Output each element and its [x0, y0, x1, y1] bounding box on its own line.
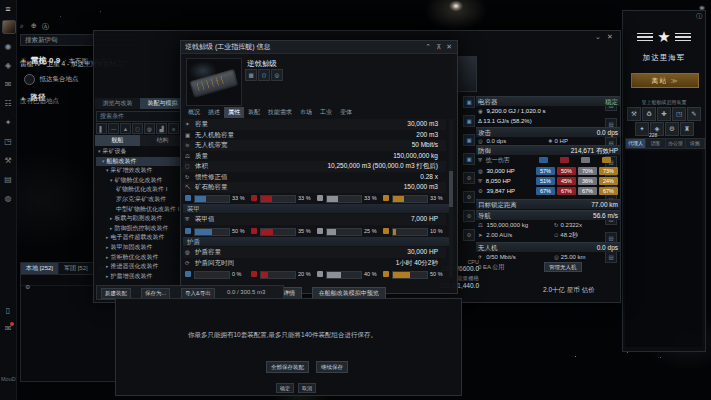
navigation-section-header[interactable]: 导航56.6 m/s — [476, 210, 620, 220]
subtab-structures[interactable]: 结构 — [140, 135, 185, 146]
module-slot-icon[interactable]: ⚙ — [463, 172, 475, 184]
filter-rig-icon[interactable]: ◻ — [132, 123, 143, 134]
chat-tab-local[interactable]: 本地 [252] — [21, 263, 59, 274]
collapse-icon[interactable]: ⌃ — [425, 41, 431, 53]
tree-item[interactable]: 罗尔克'采矿'改装件 — [96, 195, 186, 205]
filter-subsystem-icon[interactable]: ◍ — [144, 123, 155, 134]
tree-item[interactable]: ▾采矿设备 — [96, 147, 186, 157]
social-icon[interactable]: ☷ — [0, 99, 16, 109]
inventory-icon[interactable]: ▤ — [0, 175, 16, 185]
character-portrait[interactable] — [2, 20, 16, 34]
notifications-icon[interactable]: ✉ — [0, 324, 16, 334]
map-icon[interactable]: ◍ — [0, 194, 16, 204]
tab-simulate-fittings[interactable]: 装配与模拟 — [140, 98, 185, 109]
module-slot-icon[interactable]: ⚙ — [463, 210, 475, 222]
info-scrollbar[interactable] — [449, 119, 453, 277]
damage-profile-row[interactable]: ⛨ 统一伤害 — [478, 156, 616, 165]
defense-section-header[interactable]: 防御214,671 有效HP — [476, 145, 620, 155]
filter-lowslot-icon[interactable]: ▲ — [120, 123, 131, 134]
tab-requirements[interactable]: 技能需求 — [264, 107, 296, 118]
tree-item[interactable]: ▾采矿增效改装件 — [96, 166, 186, 176]
filter-highslot-icon[interactable]: ▌ — [96, 123, 107, 134]
capacitor-section-header[interactable]: 电容器稳定 — [476, 96, 620, 106]
filter-charges-icon[interactable]: ▟ — [156, 123, 167, 134]
tab-guests[interactable]: 访客 — [645, 138, 666, 149]
module-slot-icon[interactable]: ▣ — [463, 115, 475, 127]
preview-icon[interactable]: ▦ — [245, 69, 257, 81]
reprocessing-icon[interactable]: ♻ — [642, 107, 656, 121]
module-search-input[interactable]: 搜索条件 — [96, 111, 187, 122]
tree-item[interactable]: ▸防御损伤控制改装件 — [96, 224, 186, 234]
search-icon[interactable]: ⌕ — [20, 22, 24, 30]
tree-item[interactable]: ▸装甲加固改装件 — [96, 243, 186, 253]
tab-browse-fittings[interactable]: 浏览与改装 — [95, 98, 140, 109]
market-icon[interactable]: ◳ — [672, 107, 686, 121]
tab-variants[interactable]: 变体 — [336, 107, 356, 118]
cancel-button[interactable]: 取消 — [298, 383, 316, 393]
pin-icon[interactable]: ⊼ — [436, 41, 441, 53]
contracts-icon[interactable]: ✎ — [687, 107, 701, 121]
offense-section-header[interactable]: 攻击0.0 dps — [476, 127, 620, 137]
tab-attributes[interactable]: 属性 — [224, 107, 244, 118]
fitting-service-icon[interactable]: ✦ — [635, 122, 649, 136]
tab-description[interactable]: 描述 — [204, 107, 224, 118]
module-slot-icon[interactable]: ▣ — [463, 153, 475, 165]
industry-icon[interactable]: ⚒ — [0, 156, 16, 166]
tab-offices[interactable]: 办公室 — [665, 138, 686, 149]
tree-item[interactable]: ▸电子器件超载改装件 — [96, 233, 186, 243]
subtab-ships[interactable]: 舰船 — [95, 135, 140, 146]
market-icon[interactable]: ◳ — [0, 137, 16, 147]
industry-icon[interactable]: ⚙ — [665, 122, 679, 136]
add-bookmark-icon[interactable]: ⊕ — [31, 22, 37, 30]
close-icon[interactable]: ✕ — [607, 33, 613, 41]
module-slot-icon[interactable]: ▣ — [463, 96, 475, 108]
fitting-icon[interactable]: ✦ — [0, 118, 16, 128]
targeting-section-header[interactable]: 目标锁定距离77.00 km — [476, 199, 620, 209]
tree-item[interactable]: ▸板载与勘测改装件 — [96, 214, 186, 224]
compare-icon[interactable]: ⟨⟩ — [258, 69, 270, 81]
manage-drones-button[interactable]: 管理无人机 — [544, 262, 582, 272]
close-icon[interactable]: ✕ — [446, 41, 452, 53]
save-all-fittings-button[interactable]: 全部保存装配 — [266, 361, 309, 373]
tree-item[interactable]: ▾矿物舱优化改装件 — [96, 176, 186, 186]
character-sheet-icon[interactable]: ◉ — [0, 42, 16, 52]
tab-agents[interactable]: 代理人 — [625, 138, 646, 149]
filter-midslot-icon[interactable]: — — [108, 123, 119, 134]
tab-fitting[interactable]: 装配 — [244, 107, 264, 118]
chat-settings-icon[interactable]: ⚙ — [21, 284, 30, 290]
station-panel-content[interactable] — [625, 151, 702, 347]
clone-bay-icon[interactable]: ♜ — [680, 122, 694, 136]
target-icon[interactable]: ◎ — [271, 69, 283, 81]
menu-icon[interactable]: ≡ — [0, 4, 16, 14]
filter-all-icon[interactable]: ≡ — [168, 123, 179, 134]
module-slot-icon[interactable]: ⚙ — [463, 191, 475, 203]
tree-item[interactable]: ▸货柜舱优化改装件 — [96, 253, 186, 263]
minimize-icon[interactable]: ⌄ — [595, 33, 601, 41]
ship-render-preview[interactable] — [186, 58, 242, 106]
agent-finder-icon[interactable]: Ⓐ — [42, 22, 49, 32]
tab-overview[interactable]: 概况 — [184, 107, 204, 118]
tree-item-selected[interactable]: ▾船舶改装件 — [96, 157, 186, 167]
tree-item[interactable]: ▸护盾增强改装件 — [96, 272, 186, 282]
skills-icon[interactable]: ◈ — [0, 61, 16, 71]
journal-icon[interactable]: ▯ — [0, 306, 16, 316]
drones-section-header[interactable]: 无人机0.0 dps — [476, 242, 620, 252]
continue-save-button[interactable]: 继续保存 — [316, 361, 348, 373]
confirm-button[interactable]: 确定 — [276, 383, 294, 393]
insurance-icon[interactable]: ✚ — [657, 107, 671, 121]
tree-item[interactable]: 矿物舱优化改装件 I — [96, 185, 186, 195]
tree-item[interactable]: ▸推进器强化改装件 — [96, 262, 186, 272]
tree-item[interactable]: 中型矿物舱优化改装件 I — [96, 205, 186, 215]
module-slot-icon[interactable]: ⚙ — [463, 229, 475, 241]
mail-icon[interactable]: ✉ — [0, 80, 16, 90]
scrollbar-thumb[interactable] — [449, 171, 453, 207]
module-slot-icon[interactable]: ▣ — [463, 134, 475, 146]
info-titlebar[interactable]: 逆戟鲸级 (工业指挥舰) 信息 ⌃ ⊼ ✕ — [181, 41, 457, 54]
tab-market[interactable]: 市场 — [296, 107, 316, 118]
undock-button[interactable]: 离站 ≫ — [631, 73, 699, 88]
tab-facilities[interactable]: 设施 — [685, 138, 705, 149]
tab-industry[interactable]: 工业 — [316, 107, 336, 118]
objective-label[interactable]: 抵达集合地点 — [39, 75, 78, 82]
chat-tab-corp[interactable]: 军团 [52] — [59, 263, 94, 274]
repair-shop-icon[interactable]: ⚒ — [627, 107, 641, 121]
